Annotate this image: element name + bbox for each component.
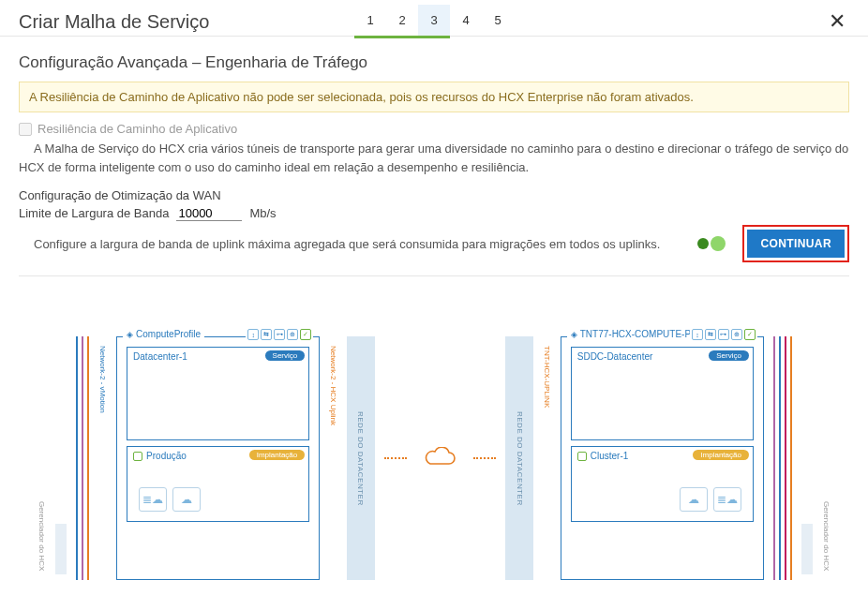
right-network-lines bbox=[773, 336, 792, 580]
step-1[interactable]: 1 bbox=[354, 5, 386, 38]
page-title: Criar Malha de Serviço bbox=[19, 11, 209, 33]
right-compute-profile: ◈ TNT77-HCX-COMPUTE-PROFILE ↕ ⇆ ⊶ ⊕ ✓ SD… bbox=[561, 336, 764, 580]
app-path-resiliency-label: Resiliência de Caminho de Aplicativo bbox=[37, 122, 237, 136]
left-cluster-name: Produção bbox=[146, 451, 187, 461]
wizard-steps: 1 2 3 4 5 bbox=[354, 5, 514, 38]
app-path-resiliency-checkbox bbox=[19, 123, 32, 136]
left-network-lines bbox=[76, 336, 89, 580]
service-icon: ⊕ bbox=[731, 329, 742, 340]
cluster-icon bbox=[577, 452, 587, 461]
service-appliance-icon: ☁ bbox=[680, 487, 708, 512]
right-cluster-box: Cluster-1 Implantação ☁ ≣☁ bbox=[571, 446, 754, 522]
left-cluster-badge: Implantação bbox=[249, 450, 306, 460]
right-datacenter-network: REDE DO DATACENTER bbox=[505, 336, 532, 580]
right-uplink-label: TNT-HCX-UPLINK bbox=[543, 336, 551, 408]
right-dc-name: SDDC-Datacenter bbox=[577, 351, 653, 362]
link-dotted-right bbox=[473, 457, 496, 459]
service-appliance-icon: ☁ bbox=[172, 487, 201, 512]
left-profile-service-icons: ↕ ⇆ ⊶ ⊕ ✓ bbox=[246, 329, 313, 340]
right-manager-bar bbox=[801, 524, 813, 574]
left-compute-profile: ◈ ComputeProfile ↕ ⇆ ⊶ ⊕ ✓ Datacenter-1 … bbox=[116, 336, 320, 580]
service-icon: ⊶ bbox=[718, 329, 729, 340]
left-cluster-box: Produção Implantação ≣☁ ☁ bbox=[127, 446, 309, 522]
left-datacenter-network: REDE DO DATACENTER bbox=[347, 336, 374, 580]
section-title: Configuração Avançada – Engenharia de Tr… bbox=[19, 53, 849, 72]
cluster-icon bbox=[133, 452, 142, 461]
status-indicator bbox=[697, 236, 726, 251]
left-profile-name: ComputeProfile bbox=[136, 329, 201, 339]
app-path-resiliency-desc: A Malha de Serviço do HCX cria vários tú… bbox=[19, 140, 849, 177]
close-icon[interactable]: ✕ bbox=[825, 9, 849, 34]
service-appliance-icon: ≣☁ bbox=[713, 487, 741, 512]
right-profile-service-icons: ↕ ⇆ ⊶ ⊕ ✓ bbox=[690, 329, 757, 340]
bw-limit-label: Limite de Largura de Banda bbox=[19, 206, 169, 220]
service-appliance-icon: ≣☁ bbox=[139, 487, 167, 512]
service-icon: ↕ bbox=[247, 329, 259, 340]
status-dot-dark-icon bbox=[697, 238, 709, 249]
service-icon: ✓ bbox=[300, 329, 311, 340]
left-dc-badge: Serviço bbox=[265, 350, 306, 361]
cube-icon: ◈ bbox=[127, 330, 133, 339]
service-icon: ⇆ bbox=[261, 329, 272, 340]
right-cluster-badge: Implantação bbox=[693, 450, 749, 460]
topology-diagram: Gerenciador do HCX Network-2 - vMotion ◈… bbox=[0, 336, 868, 595]
step-2[interactable]: 2 bbox=[386, 5, 418, 38]
cloud-icon bbox=[416, 336, 465, 580]
left-uplink-label: Network-2 - HCX Uplink bbox=[329, 336, 337, 425]
left-manager-label: Gerenciador do HCX bbox=[37, 501, 46, 580]
right-datacenter-box: SDDC-Datacenter Serviço bbox=[571, 347, 754, 440]
status-dot-light-icon bbox=[711, 236, 726, 251]
left-dc-name: Datacenter-1 bbox=[133, 351, 187, 362]
bw-hint: Configure a largura de banda de uplink m… bbox=[19, 237, 686, 251]
step-5[interactable]: 5 bbox=[482, 5, 514, 38]
bw-limit-unit: Mb/s bbox=[249, 206, 276, 220]
left-datacenter-box: Datacenter-1 Serviço bbox=[127, 347, 309, 440]
step-4[interactable]: 4 bbox=[450, 5, 482, 38]
cube-icon: ◈ bbox=[571, 330, 577, 339]
link-dotted-left bbox=[384, 457, 407, 459]
continue-button[interactable]: CONTINUAR bbox=[747, 230, 845, 258]
wan-opt-title: Configuração de Otimização da WAN bbox=[19, 188, 849, 202]
service-icon: ⊶ bbox=[274, 329, 285, 340]
service-icon: ⊕ bbox=[287, 329, 298, 340]
left-manager-bar bbox=[55, 524, 67, 574]
step-3[interactable]: 3 bbox=[418, 5, 450, 38]
right-cluster-name: Cluster-1 bbox=[591, 451, 629, 461]
service-icon: ⇆ bbox=[705, 329, 716, 340]
continue-highlight: CONTINUAR bbox=[742, 225, 849, 262]
warning-banner: A Resiliência de Caminho de Aplicativo n… bbox=[19, 82, 849, 112]
service-icon: ↕ bbox=[692, 329, 703, 340]
service-icon: ✓ bbox=[744, 329, 756, 340]
right-dc-badge: Serviço bbox=[709, 350, 749, 361]
right-manager-label: Gerenciador do HCX bbox=[822, 501, 831, 580]
left-network-label: Network-2 - vMotion bbox=[98, 336, 107, 413]
bw-limit-input[interactable] bbox=[176, 206, 242, 221]
